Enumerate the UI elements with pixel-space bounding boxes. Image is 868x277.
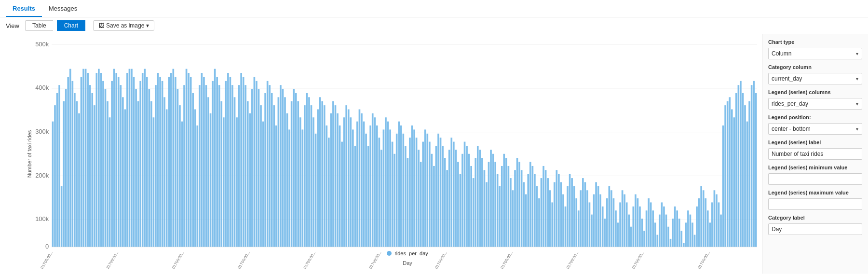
- svg-rect-255: [584, 182, 586, 247]
- legend-position-select-wrapper: center - bottom: [768, 123, 862, 135]
- svg-rect-202: [468, 154, 470, 247]
- svg-rect-77: [194, 110, 196, 247]
- legend-min-label: Legend (series) minimum value: [768, 165, 862, 170]
- svg-rect-249: [571, 178, 573, 247]
- svg-rect-150: [354, 146, 356, 247]
- svg-rect-173: [405, 146, 407, 247]
- chart-svg: 500k 400k 300k 200k 100k 0 2016-01-01T00…: [29, 39, 757, 269]
- svg-rect-51: [137, 101, 139, 247]
- svg-rect-153: [361, 113, 363, 247]
- legend-series-label-input[interactable]: [768, 148, 862, 160]
- svg-rect-267: [610, 190, 612, 247]
- svg-rect-185: [431, 154, 433, 247]
- legend-series-label-label: Legend (series) label: [768, 139, 862, 145]
- svg-rect-293: [667, 227, 669, 247]
- svg-rect-112: [271, 93, 273, 247]
- chart-button[interactable]: Chart: [57, 20, 85, 31]
- svg-rect-326: [740, 81, 742, 247]
- svg-rect-123: [295, 93, 297, 247]
- svg-rect-168: [393, 154, 395, 247]
- svg-rect-126: [302, 129, 304, 247]
- svg-rect-94: [231, 85, 233, 247]
- svg-rect-265: [606, 198, 608, 247]
- save-as-image-button[interactable]: 🖼 Save as image ▾: [93, 20, 154, 31]
- svg-rect-30: [91, 93, 93, 247]
- svg-rect-197: [457, 162, 459, 247]
- svg-rect-170: [398, 122, 400, 247]
- svg-rect-221: [510, 178, 512, 247]
- svg-rect-230: [529, 162, 531, 247]
- svg-rect-92: [227, 73, 229, 247]
- svg-rect-241: [554, 182, 556, 247]
- save-label: Save as image: [106, 22, 144, 29]
- tab-results[interactable]: Results: [6, 1, 42, 17]
- svg-rect-158: [372, 113, 374, 247]
- svg-rect-53: [142, 73, 144, 247]
- svg-rect-219: [505, 158, 507, 247]
- category-label-input[interactable]: [768, 223, 862, 235]
- svg-rect-327: [742, 93, 744, 247]
- category-column-select[interactable]: current_day: [768, 73, 862, 84]
- svg-rect-228: [525, 194, 527, 247]
- svg-rect-28: [87, 73, 89, 247]
- view-label: View: [6, 22, 19, 29]
- svg-rect-220: [508, 166, 510, 247]
- legend-max-input[interactable]: [768, 198, 862, 210]
- svg-rect-268: [613, 198, 615, 247]
- legend-series-columns-label: Legend (series) columns: [768, 89, 862, 95]
- legend-series-columns-field: Legend (series) columns rides_per_day: [768, 89, 862, 110]
- svg-rect-246: [565, 207, 567, 247]
- svg-rect-113: [273, 105, 275, 247]
- svg-rect-333: [755, 93, 757, 247]
- svg-rect-81: [203, 77, 205, 247]
- svg-rect-201: [466, 146, 468, 247]
- svg-rect-192: [446, 170, 448, 247]
- legend-position-select[interactable]: center - bottom: [768, 123, 862, 135]
- svg-rect-260: [595, 182, 597, 247]
- svg-rect-247: [567, 186, 569, 247]
- svg-rect-122: [293, 89, 295, 247]
- svg-rect-291: [663, 207, 665, 247]
- svg-rect-162: [380, 150, 382, 247]
- svg-rect-313: [711, 202, 713, 247]
- svg-rect-182: [424, 129, 426, 247]
- svg-rect-251: [575, 198, 577, 247]
- svg-rect-102: [249, 113, 251, 247]
- table-button[interactable]: Table: [25, 20, 53, 31]
- svg-rect-264: [604, 219, 606, 247]
- svg-rect-328: [744, 105, 746, 247]
- svg-rect-143: [339, 125, 341, 247]
- svg-rect-285: [650, 202, 652, 247]
- svg-rect-314: [714, 190, 716, 247]
- svg-rect-270: [617, 222, 619, 247]
- legend-min-input[interactable]: [768, 173, 862, 185]
- svg-rect-151: [356, 122, 358, 247]
- svg-rect-216: [499, 186, 501, 247]
- svg-rect-93: [230, 77, 231, 247]
- svg-rect-295: [672, 219, 674, 247]
- svg-rect-85: [212, 81, 214, 247]
- svg-rect-176: [411, 125, 413, 247]
- svg-rect-187: [435, 146, 437, 247]
- svg-text:100k: 100k: [35, 216, 49, 223]
- svg-rect-117: [282, 89, 284, 247]
- svg-rect-177: [413, 129, 415, 247]
- svg-text:500k: 500k: [35, 41, 49, 48]
- svg-rect-21: [72, 81, 74, 247]
- svg-rect-38: [109, 117, 111, 247]
- svg-rect-279: [637, 198, 639, 247]
- tab-messages[interactable]: Messages: [42, 1, 84, 17]
- svg-rect-131: [312, 117, 314, 247]
- svg-rect-135: [321, 101, 323, 247]
- svg-rect-252: [578, 210, 580, 247]
- chart-area: Number of taxi rides 500k 400k 300k 200k…: [0, 34, 762, 274]
- toolbar: View Table Chart 🖼 Save as image ▾: [0, 17, 868, 34]
- chart-type-select[interactable]: Column: [768, 48, 862, 59]
- svg-rect-324: [735, 93, 737, 247]
- svg-rect-132: [315, 134, 317, 247]
- svg-rect-155: [365, 134, 367, 247]
- legend-series-columns-select[interactable]: rides_per_day: [768, 98, 862, 110]
- svg-rect-319: [724, 105, 726, 247]
- svg-rect-203: [470, 166, 472, 247]
- svg-rect-64: [166, 110, 168, 247]
